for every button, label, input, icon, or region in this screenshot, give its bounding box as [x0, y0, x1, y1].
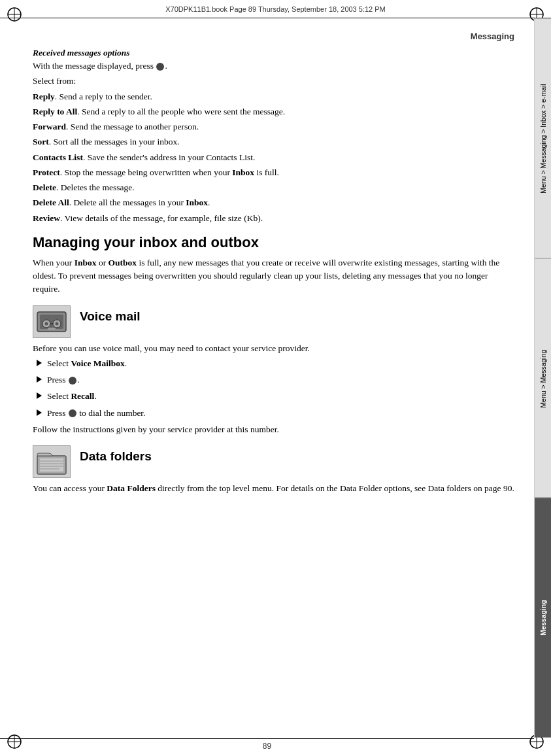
- bullet-icon-2: [37, 376, 42, 383]
- voicemail-step-4: Press to dial the number.: [33, 407, 514, 422]
- voicemail-header-row: Voice mail: [33, 305, 514, 338]
- option-reply-all: Reply to All. Send a reply to all the pe…: [33, 105, 514, 118]
- voicemail-step-3: Select Recall.: [33, 390, 514, 405]
- page-header: X70DPK11B1.book Page 89 Thursday, Septem…: [0, 0, 551, 18]
- sidebar-tab-2: Menu > Messaging: [535, 258, 551, 498]
- voicemail-intro: Before you can use voice mail, you may n…: [33, 342, 514, 355]
- datafolders-icon: [36, 448, 67, 475]
- press-button-icon-2: [69, 377, 76, 385]
- main-content: Messaging Received messages options With…: [0, 18, 534, 738]
- voicemail-icon: [36, 308, 67, 335]
- received-options-intro: With the message displayed, press .: [33, 60, 514, 73]
- datafolders-icon-box: [33, 445, 71, 478]
- press-button-icon-4: [69, 409, 76, 417]
- datafolders-header-row: Data folders: [33, 445, 514, 478]
- datafolders-text: You can access your Data Folders directl…: [33, 482, 514, 495]
- managing-title: Managing your inbox and outbox: [33, 234, 514, 251]
- svg-rect-19: [48, 328, 56, 330]
- option-reply: Reply. Send a reply to the sender.: [33, 90, 514, 103]
- bullet-icon-1: [37, 360, 42, 366]
- header-text: X70DPK11B1.book Page 89 Thursday, Septem…: [165, 5, 386, 13]
- section-heading: Messaging: [33, 31, 514, 41]
- option-sort: Sort. Sort all the messages in your inbo…: [33, 135, 514, 148]
- option-protect: Protect. Stop the message being overwrit…: [33, 166, 514, 179]
- select-from-label: Select from:: [33, 75, 514, 88]
- received-options-title: Received messages options: [33, 48, 514, 58]
- voicemail-follow: Follow the instructions given by your se…: [33, 423, 514, 436]
- svg-point-17: [56, 322, 59, 325]
- datafolders-title: Data folders: [80, 445, 152, 464]
- right-sidebar: Menu > Messaging > Inbox > e-mail Menu >…: [534, 18, 551, 738]
- sidebar-tab-1: Menu > Messaging > Inbox > e-mail: [535, 18, 551, 258]
- bullet-icon-3: [37, 392, 42, 399]
- svg-rect-21: [40, 458, 63, 472]
- option-delete-all: Delete All. Delete all the messages in y…: [33, 196, 514, 209]
- option-contacts-list: Contacts List. Save the sender's address…: [33, 151, 514, 164]
- bullet-icon-4: [37, 409, 42, 416]
- menu-button-icon: [156, 63, 164, 71]
- voicemail-icon-box: [33, 305, 71, 338]
- voicemail-title: Voice mail: [80, 305, 141, 324]
- option-delete: Delete. Deletes the message.: [33, 181, 514, 194]
- option-forward: Forward. Send the message to another per…: [33, 120, 514, 133]
- voicemail-step-1: Select Voice Mailbox.: [33, 357, 514, 372]
- page-number: 89: [0, 738, 534, 751]
- managing-text: When your Inbox or Outbox is full, any n…: [33, 256, 514, 296]
- sidebar-tab-3: Messaging: [535, 498, 551, 738]
- voicemail-step-2: Press .: [33, 373, 514, 388]
- option-review: Review. View details of the message, for…: [33, 212, 514, 225]
- svg-point-16: [45, 322, 48, 325]
